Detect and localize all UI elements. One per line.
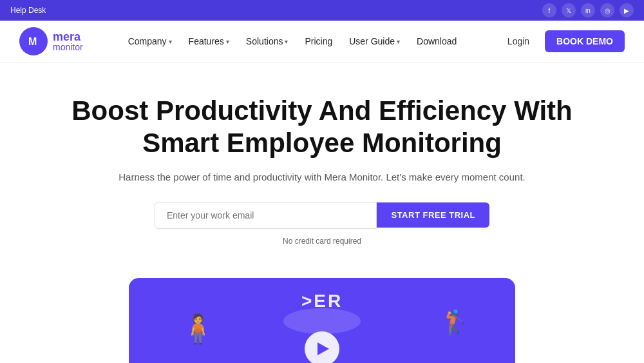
login-button[interactable]: Login [500, 32, 537, 50]
hero-title: Boost Productivity And Efficiency With S… [71, 95, 573, 160]
figure-right-icon: 🏌️ [440, 310, 470, 335]
video-section: >ER 🧍 🏌️ TEAM MANAGER [129, 278, 515, 363]
svg-text:M: M [28, 36, 37, 47]
navbar: M mera monitor Company ▾ Features ▾ Solu… [0, 21, 644, 63]
chevron-down-icon: ▾ [285, 38, 288, 45]
hero-subtitle: Harness the power of time and productivi… [71, 172, 573, 182]
cta-form: START FREE TRIAL [155, 202, 489, 229]
instagram-icon[interactable]: ◎ [600, 3, 614, 17]
chevron-down-icon: ▾ [169, 38, 172, 45]
nav-links: Company ▾ Features ▾ Solutions ▾ Pricing… [122, 32, 500, 50]
nav-download[interactable]: Download [410, 32, 463, 50]
youtube-icon[interactable]: ▶ [620, 3, 634, 17]
logo-name-top: mera [53, 31, 83, 43]
logo-icon: M [19, 27, 48, 55]
nav-pricing[interactable]: Pricing [298, 32, 339, 50]
nav-user-guide[interactable]: User Guide ▾ [343, 32, 406, 50]
no-credit-card-label: No credit card required [71, 237, 573, 246]
nav-company[interactable]: Company ▾ [122, 32, 178, 50]
twitter-icon[interactable]: 𝕏 [562, 3, 576, 17]
logo-name-bot: monitor [53, 43, 83, 52]
play-button[interactable] [305, 331, 339, 363]
book-demo-button[interactable]: BOOK DEMO [545, 30, 625, 52]
figure-left-icon: 🧍 [180, 315, 216, 343]
facebook-icon[interactable]: f [542, 3, 556, 17]
top-bar: Help Desk f 𝕏 in ◎ ▶ [0, 0, 644, 21]
nav-features[interactable]: Features ▾ [182, 32, 236, 50]
video-oval-decoration [283, 308, 361, 334]
video-bg: >ER 🧍 🏌️ TEAM MANAGER [129, 279, 515, 363]
logo-text: mera monitor [53, 31, 83, 52]
logo[interactable]: M mera monitor [19, 27, 83, 55]
nav-actions: Login BOOK DEMO [500, 30, 625, 52]
chevron-down-icon: ▾ [397, 38, 400, 45]
help-desk-label[interactable]: Help Desk [10, 6, 46, 15]
social-icons-group: f 𝕏 in ◎ ▶ [542, 3, 634, 17]
nav-solutions[interactable]: Solutions ▾ [240, 32, 295, 50]
hero-section: Boost Productivity And Efficiency With S… [58, 63, 586, 265]
email-input[interactable] [155, 202, 377, 229]
start-trial-button[interactable]: START FREE TRIAL [377, 202, 489, 228]
chevron-down-icon: ▾ [226, 38, 229, 45]
linkedin-icon[interactable]: in [581, 3, 595, 17]
